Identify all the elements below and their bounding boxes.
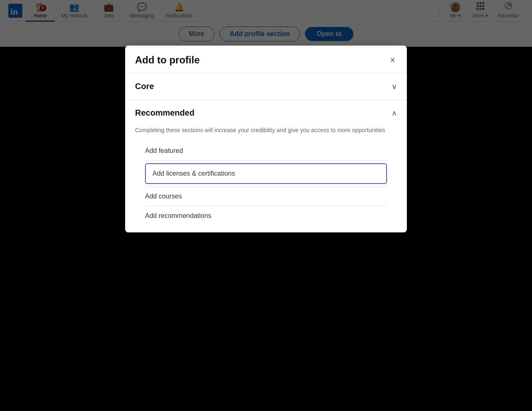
add-to-profile-modal: Add to profile × Core ∨ Recommended ∧ Co…	[125, 46, 407, 232]
core-section-header[interactable]: Core ∨	[125, 73, 407, 99]
add-licenses-item[interactable]: Add licenses & certifications	[145, 163, 387, 184]
modal-close-button[interactable]: ×	[388, 54, 397, 66]
add-licenses-label: Add licenses & certifications	[152, 170, 235, 177]
core-chevron-icon: ∨	[392, 82, 397, 91]
modal-backdrop: Add to profile × Core ∨ Recommended ∧ Co…	[0, 0, 532, 411]
recommended-section-header[interactable]: Recommended ∧	[125, 100, 407, 126]
add-recommendations-label: Add recommendations	[145, 212, 211, 219]
modal-title: Add to profile	[135, 54, 200, 66]
profile-items-list: Add featured Add licenses & certificatio…	[135, 141, 397, 225]
add-featured-label: Add featured	[145, 147, 183, 154]
recommended-description: Completing these sections will increase …	[135, 126, 397, 135]
recommended-section-title: Recommended	[135, 108, 194, 118]
modal-header: Add to profile ×	[125, 46, 407, 73]
add-recommendations-item[interactable]: Add recommendations	[145, 206, 387, 225]
add-courses-item[interactable]: Add courses	[145, 186, 387, 206]
add-featured-item[interactable]: Add featured	[145, 141, 387, 161]
core-section: Core ∨	[125, 73, 407, 100]
recommended-chevron-icon: ∧	[392, 109, 397, 118]
core-section-title: Core	[135, 82, 154, 91]
recommended-section-body: Completing these sections will increase …	[125, 126, 407, 232]
add-courses-label: Add courses	[145, 193, 182, 200]
recommended-section: Recommended ∧ Completing these sections …	[125, 100, 407, 232]
